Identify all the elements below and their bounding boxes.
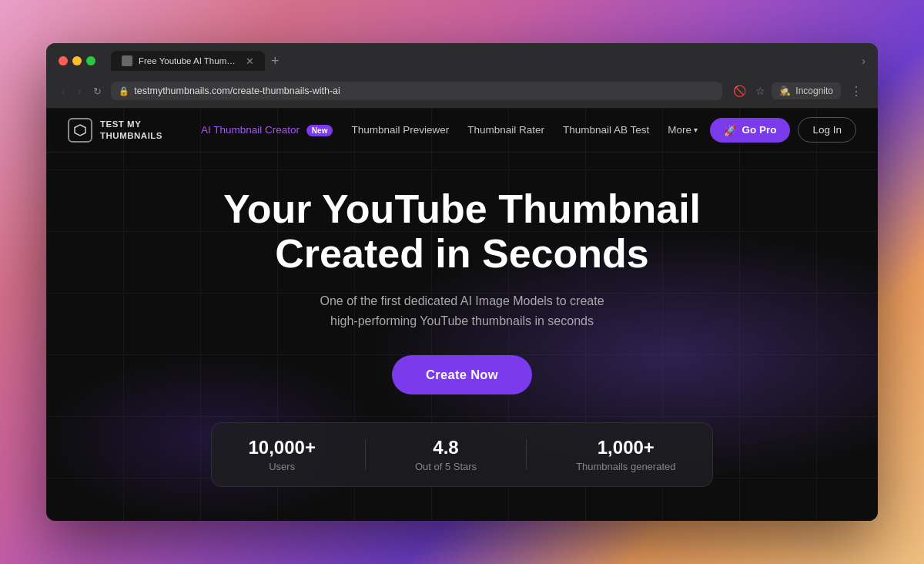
stat-users: 10,000+ Users — [249, 437, 316, 472]
browser-titlebar: Free Youtube AI Thumbnail M ✕ + › — [46, 43, 878, 77]
nav-link-label-rater: Thumbnail Rater — [467, 124, 544, 136]
nav-link-label-ai: AI Thumbnail Creator — [201, 124, 300, 136]
forward-button[interactable]: › — [75, 82, 85, 99]
site-logo: TEST MY THUMBNAILS — [68, 118, 162, 143]
stat-thumbnails-label: Thumbnails generated — [576, 461, 675, 472]
lock-icon: 🔒 — [119, 86, 129, 96]
incognito-icon: 🕵 — [779, 86, 791, 96]
tab-favicon — [122, 55, 132, 66]
tab-bar: Free Youtube AI Thumbnail M ✕ + — [111, 51, 852, 71]
login-label: Log In — [812, 124, 842, 136]
maximize-traffic-light[interactable] — [86, 56, 95, 65]
browser-chrome: Free Youtube AI Thumbnail M ✕ + › ‹ › ↻ … — [46, 43, 878, 108]
nav-link-thumbnail-rater[interactable]: Thumbnail Rater — [460, 119, 552, 140]
stat-rating-label: Out of 5 Stars — [415, 461, 477, 472]
rocket-icon: 🚀 — [724, 124, 737, 136]
svg-marker-0 — [75, 125, 85, 136]
hero-section: Your YouTube Thumbnail Created in Second… — [46, 153, 878, 521]
go-pro-button[interactable]: 🚀 Go Pro — [710, 118, 790, 143]
logo-text: TEST MY THUMBNAILS — [100, 119, 162, 142]
toolbar-icons: 🚫 ☆ — [733, 85, 765, 97]
stat-rating-value: 4.8 — [415, 437, 477, 458]
new-badge: New — [306, 125, 333, 136]
nav-link-label-ab: Thumbnail AB Test — [563, 124, 649, 136]
site-nav-links: AI Thumbnail Creator New Thumbnail Previ… — [193, 119, 710, 140]
tab-actions: › — [862, 55, 865, 67]
incognito-label: Incognito — [795, 86, 833, 96]
close-traffic-light[interactable] — [59, 56, 68, 65]
stat-divider-2 — [526, 439, 527, 470]
tab-title: Free Youtube AI Thumbnail M — [139, 56, 239, 65]
go-pro-label: Go Pro — [742, 124, 776, 136]
logo-icon — [68, 118, 92, 143]
browser-window: Free Youtube AI Thumbnail M ✕ + › ‹ › ↻ … — [46, 43, 878, 521]
hero-subtitle: One of the first dedicated AI Image Mode… — [316, 291, 608, 331]
traffic-lights — [59, 56, 95, 65]
login-button[interactable]: Log In — [798, 117, 856, 143]
incognito-badge[interactable]: 🕵 Incognito — [772, 82, 841, 99]
stat-rating: 4.8 Out of 5 Stars — [415, 437, 477, 472]
address-bar[interactable]: 🔒 testmythumbnails.com/create-thumbnails… — [111, 82, 722, 100]
minimize-traffic-light[interactable] — [72, 56, 82, 65]
refresh-button[interactable]: ↻ — [90, 82, 105, 100]
stat-users-value: 10,000+ — [249, 437, 316, 458]
nav-link-thumbnail-ab-test[interactable]: Thumbnail AB Test — [555, 119, 657, 140]
nav-link-label-previewer: Thumbnail Previewer — [351, 124, 449, 136]
camera-off-icon[interactable]: 🚫 — [733, 85, 746, 97]
stat-thumbnails-value: 1,000+ — [576, 437, 675, 458]
nav-link-label-more: More — [668, 124, 691, 136]
nav-link-ai-thumbnail-creator[interactable]: AI Thumbnail Creator New — [193, 119, 340, 140]
browser-toolbar: ‹ › ↻ 🔒 testmythumbnails.com/create-thum… — [46, 77, 878, 108]
nav-actions: 🚀 Go Pro Log In — [710, 117, 856, 143]
tab-close-button[interactable]: ✕ — [246, 56, 254, 66]
nav-link-thumbnail-previewer[interactable]: Thumbnail Previewer — [343, 119, 457, 140]
site-navigation: TEST MY THUMBNAILS AI Thumbnail Creator … — [46, 108, 878, 153]
url-text: testmythumbnails.com/create-thumbnails-w… — [134, 86, 715, 96]
stat-divider-1 — [365, 439, 366, 470]
hero-title-line2: Created in Seconds — [275, 231, 648, 276]
chevron-down-icon: ▾ — [694, 126, 698, 134]
stats-bar: 10,000+ Users 4.8 Out of 5 Stars 1,000+ … — [211, 422, 714, 487]
tab-chevron-icon[interactable]: › — [862, 55, 865, 67]
stat-thumbnails: 1,000+ Thumbnails generated — [576, 437, 675, 472]
browser-more-button[interactable]: ⋮ — [847, 84, 865, 99]
website-content: TEST MY THUMBNAILS AI Thumbnail Creator … — [46, 108, 878, 521]
hero-title-line1: Your YouTube Thumbnail — [223, 186, 701, 231]
new-tab-button[interactable]: + — [265, 53, 286, 69]
active-tab[interactable]: Free Youtube AI Thumbnail M ✕ — [111, 51, 265, 71]
stat-users-label: Users — [249, 461, 316, 472]
hero-title: Your YouTube Thumbnail Created in Second… — [223, 186, 701, 276]
bookmark-icon[interactable]: ☆ — [755, 85, 765, 97]
create-now-button[interactable]: Create Now — [392, 355, 532, 394]
back-button[interactable]: ‹ — [59, 82, 69, 99]
nav-link-more[interactable]: More ▾ — [660, 119, 705, 140]
